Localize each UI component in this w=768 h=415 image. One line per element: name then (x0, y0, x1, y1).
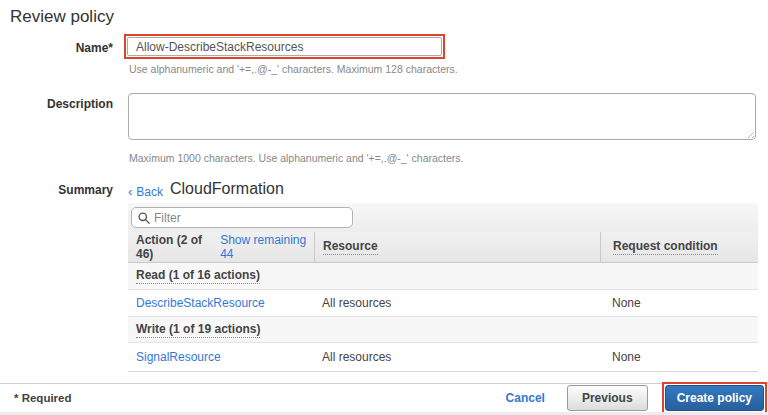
summary-label: Summary (0, 183, 113, 197)
create-policy-button[interactable]: Create policy (665, 385, 764, 411)
search-icon (138, 212, 150, 224)
footer-actions: Cancel Previous Create policy (506, 382, 768, 414)
table-row: DescribeStackResource All resources None (128, 290, 758, 317)
back-link-label: Back (136, 185, 163, 199)
description-field-wrap (128, 93, 756, 140)
show-remaining-link[interactable]: Show remaining 44 (220, 233, 314, 261)
required-note: * Required (14, 392, 72, 404)
page-title: Review policy (10, 7, 114, 27)
action-link-describe-stack-resource[interactable]: DescribeStackResource (136, 296, 265, 310)
description-helper-text: Maximum 1000 characters. Use alphanumeri… (129, 152, 463, 164)
table-row: SignalResource All resources None (128, 343, 758, 372)
description-textarea[interactable] (128, 93, 756, 140)
read-section-label[interactable]: Read (1 of 16 actions) (136, 268, 260, 284)
table-header-row: Action (2 of 46) Show remaining 44 Resou… (128, 232, 758, 263)
create-policy-highlight: Create policy (662, 382, 767, 414)
request-condition-value: None (612, 296, 641, 310)
service-heading: CloudFormation (170, 180, 284, 198)
description-label: Description (0, 97, 113, 111)
action-link-signal-resource[interactable]: SignalResource (136, 350, 221, 364)
cancel-link[interactable]: Cancel (506, 391, 545, 405)
resource-column-label[interactable]: Resource (323, 239, 378, 255)
resource-value: All resources (322, 296, 391, 310)
back-link[interactable]: ‹Back (128, 184, 163, 199)
previous-button[interactable]: Previous (567, 385, 648, 411)
name-label: Name* (0, 41, 113, 55)
column-header-resource: Resource (314, 232, 600, 262)
action-column-label: Action (2 of 46) (136, 233, 215, 261)
column-header-action: Action (2 of 46) Show remaining 44 (128, 232, 314, 262)
chevron-left-icon: ‹ (128, 184, 132, 199)
name-field-highlight (124, 34, 445, 59)
write-section-label[interactable]: Write (1 of 19 actions) (136, 322, 260, 338)
table-toolbar (128, 203, 758, 232)
column-header-request-condition: Request condition (600, 232, 758, 262)
policy-name-input[interactable] (127, 37, 442, 56)
filter-input[interactable] (154, 211, 334, 225)
request-condition-value: None (612, 350, 641, 364)
review-policy-page: Review policy Name* Use alphanumeric and… (0, 0, 768, 415)
table-section-read: Read (1 of 16 actions) (128, 263, 758, 290)
footer-action-bar: * Required Cancel Previous Create policy (0, 383, 768, 412)
filter-search-box[interactable] (131, 207, 353, 228)
table-section-write: Write (1 of 19 actions) (128, 317, 758, 343)
name-helper-text: Use alphanumeric and '+=,.@-_' character… (129, 63, 458, 75)
request-condition-column-label[interactable]: Request condition (613, 239, 718, 255)
resource-value: All resources (322, 350, 391, 364)
summary-table-panel: Action (2 of 46) Show remaining 44 Resou… (128, 203, 758, 372)
